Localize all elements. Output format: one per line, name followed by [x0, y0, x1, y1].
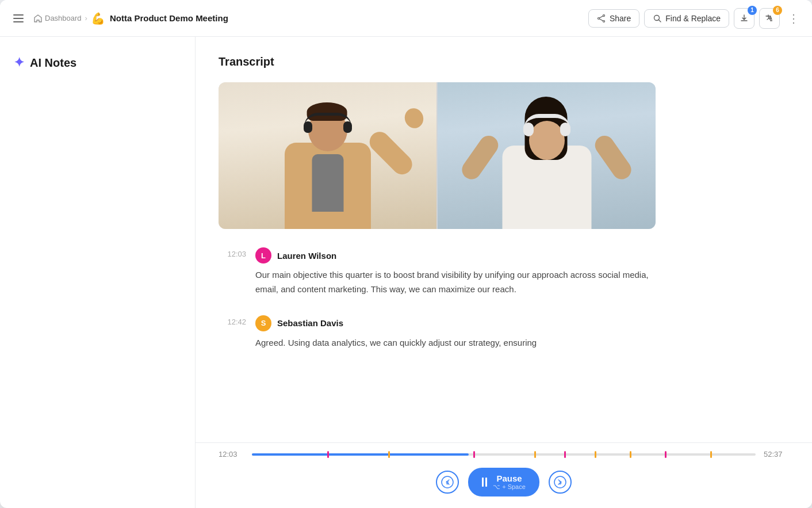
- header-right: Share Find & Replace 1 6: [588, 8, 803, 29]
- menu-icon-line: [13, 14, 24, 16]
- female-arm-right: [591, 132, 635, 183]
- home-icon: [33, 14, 43, 23]
- title-row: 💪 Notta Product Demo Meeting: [91, 12, 228, 25]
- male-headphone-left: [304, 121, 312, 133]
- progress-track[interactable]: [252, 453, 756, 456]
- entry-text-1: Agreed. Using data analytics, we can qui…: [255, 336, 669, 350]
- pause-label: Pause: [493, 473, 526, 483]
- more-dots: ⋮: [788, 12, 799, 25]
- find-replace-label: Find & Replace: [665, 14, 721, 23]
- left-panel: ✦ AI Notes: [0, 37, 196, 508]
- entry-content-0: L Lauren Wilson Our main objective this …: [255, 247, 789, 297]
- svg-line-4: [599, 18, 603, 21]
- video-thumbnail[interactable]: [219, 82, 656, 229]
- ai-notes-title: ✦ AI Notes: [14, 55, 181, 70]
- progress-fill: [252, 453, 469, 456]
- male-inner-shirt: [312, 154, 343, 212]
- svg-point-2: [597, 17, 599, 19]
- breadcrumb-separator: ›: [85, 14, 87, 22]
- transcript-title: Transcript: [219, 55, 789, 68]
- entry-time-1: 12:42: [219, 315, 246, 326]
- breadcrumb: Dashboard › 💪 Notta Product Demo Meeting: [33, 12, 228, 25]
- download-badge: 1: [748, 6, 757, 15]
- marker-4: [564, 451, 566, 458]
- time-start: 12:03: [219, 450, 244, 459]
- male-hand: [402, 106, 426, 131]
- video-person-right: [438, 82, 656, 229]
- male-figure: [219, 97, 436, 230]
- video-person-left: [219, 82, 438, 229]
- share-label: Share: [610, 14, 631, 23]
- share-button[interactable]: Share: [588, 9, 639, 28]
- pause-label-group: Pause ⌥ + Space: [493, 473, 526, 491]
- marker-8: [710, 451, 712, 458]
- avatar-1: S: [255, 315, 271, 331]
- find-replace-button[interactable]: Find & Replace: [644, 9, 729, 28]
- controls-row: 3 Pause ⌥ + Space: [219, 468, 789, 496]
- entry-time-0: 12:03: [219, 247, 246, 258]
- svg-point-1: [603, 20, 604, 22]
- skip-back-icon: 3: [441, 476, 454, 488]
- marker-5: [595, 451, 596, 458]
- female-headphone-left: [523, 123, 534, 136]
- svg-line-6: [659, 20, 661, 22]
- menu-icon-line: [13, 18, 24, 19]
- marker-7: [665, 451, 667, 458]
- menu-icon-line: [13, 21, 24, 22]
- share-icon: [597, 14, 606, 23]
- entry-content-1: S Sebastian Davis Agreed. Using data ana…: [255, 315, 789, 350]
- speaker-row-0: L Lauren Wilson: [255, 247, 789, 263]
- svg-line-3: [599, 16, 603, 18]
- transcript-entry-1: 12:42 S Sebastian Davis Agreed. Using da…: [219, 315, 789, 350]
- pause-bar-right: [485, 478, 487, 487]
- male-arm-raised: [365, 128, 416, 178]
- page-title: Notta Product Demo Meeting: [110, 13, 228, 23]
- female-figure: [438, 97, 656, 230]
- entry-text-0: Our main objective this quarter is to bo…: [255, 268, 669, 297]
- progress-row: 12:03: [219, 450, 789, 459]
- content-area: ✦ AI Notes Transcript: [0, 37, 812, 508]
- marker-3: [534, 451, 536, 458]
- download-button[interactable]: 1: [734, 8, 754, 29]
- pause-shortcut: ⌥ + Space: [493, 483, 526, 491]
- transcript-entry-0: 12:03 L Lauren Wilson Our main objective…: [219, 247, 789, 297]
- pause-icon: [482, 478, 487, 487]
- female-headphone-right: [560, 123, 570, 136]
- more-button[interactable]: ⋮: [784, 9, 803, 28]
- svg-point-0: [603, 14, 604, 16]
- speaker-name-1: Sebastian Davis: [277, 318, 343, 328]
- header: Dashboard › 💪 Notta Product Demo Meeting: [0, 0, 812, 37]
- app-window: Dashboard › 💪 Notta Product Demo Meeting: [0, 0, 812, 508]
- breadcrumb-home[interactable]: Dashboard: [33, 14, 82, 23]
- marker-2: [473, 451, 475, 458]
- female-arm-left: [458, 132, 502, 183]
- menu-button[interactable]: [9, 9, 28, 28]
- speaker-row-1: S Sebastian Davis: [255, 315, 789, 331]
- speaker-name-0: Lauren Wilson: [277, 251, 336, 261]
- avatar-0: L: [255, 247, 271, 263]
- skip-back-button[interactable]: 3: [436, 471, 459, 494]
- ai-notes-label: AI Notes: [30, 56, 76, 70]
- marker-6: [630, 451, 631, 458]
- header-left: Dashboard › 💪 Notta Product Demo Meeting: [9, 9, 588, 28]
- player-bar: 12:03: [196, 442, 812, 508]
- sparkle-icon: ✦: [14, 55, 24, 70]
- skip-forward-button[interactable]: 3: [549, 471, 572, 494]
- right-panel: Transcript: [196, 37, 812, 508]
- translate-badge: 6: [773, 6, 782, 15]
- time-end: 52:37: [764, 450, 789, 459]
- skip-forward-icon: 3: [554, 476, 566, 488]
- pause-bar-left: [482, 478, 484, 487]
- male-headphone-right: [343, 121, 352, 133]
- translate-button[interactable]: 6: [759, 8, 780, 29]
- find-icon: [653, 14, 662, 23]
- translate-icon: [765, 14, 774, 23]
- breadcrumb-dashboard-label: Dashboard: [45, 14, 82, 22]
- download-icon: [740, 14, 749, 23]
- transcript-area: Transcript: [196, 37, 812, 442]
- pause-button[interactable]: Pause ⌥ + Space: [468, 468, 539, 496]
- title-emoji: 💪: [91, 12, 105, 25]
